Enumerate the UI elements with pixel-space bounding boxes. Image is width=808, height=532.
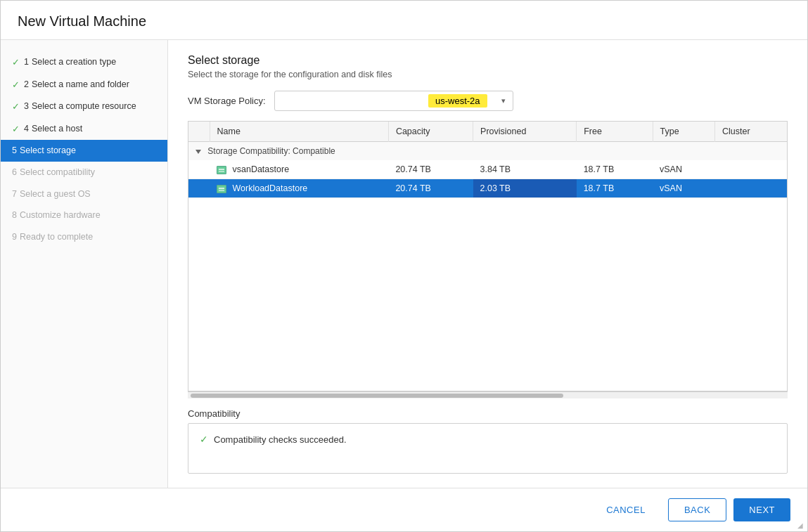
- table-row[interactable]: WorkloadDatastore 20.74 TB 2.03 TB 18.7 …: [188, 179, 787, 198]
- datastore-icon: [217, 166, 226, 174]
- table-scrollbar-area: [188, 391, 788, 398]
- col-free: Free: [577, 122, 653, 142]
- col-type: Type: [653, 122, 715, 142]
- row2-type: vSAN: [653, 179, 715, 198]
- group-label: Storage Compatibility: Compatible: [188, 142, 787, 161]
- cancel-button[interactable]: CANCEL: [591, 498, 661, 521]
- sidebar-item-step7: 7 Select a guest OS: [1, 183, 167, 205]
- storage-table: Name Capacity Provisioned Free Type Clus…: [188, 122, 787, 198]
- row2-name: WorkloadDatastore: [210, 179, 388, 198]
- col-provisioned: Provisioned: [473, 122, 577, 142]
- policy-label: VM Storage Policy:: [188, 96, 266, 106]
- compat-check-icon: ✓: [200, 434, 208, 445]
- row2-select: [188, 179, 210, 198]
- back-button[interactable]: BACK: [668, 498, 726, 521]
- col-cluster: Cluster: [715, 122, 787, 142]
- row1-free: 18.7 TB: [577, 160, 653, 179]
- policy-selected-value: us-west-2a: [428, 94, 487, 108]
- storage-table-container: Name Capacity Provisioned Free Type Clus…: [188, 121, 788, 391]
- row2-cluster: [715, 179, 787, 198]
- sidebar-item-step2[interactable]: ✓ 2 Select a name and folder: [1, 74, 167, 96]
- compatibility-message: ✓ Compatibility checks succeeded.: [200, 434, 776, 445]
- col-capacity: Capacity: [388, 122, 473, 142]
- table-scrollbar-thumb[interactable]: [191, 394, 563, 398]
- sidebar-item-step9: 9 Ready to complete: [1, 226, 167, 248]
- sidebar: ✓ 1 Select a creation type ✓ 2 Select a …: [1, 40, 168, 488]
- dialog-footer: CANCEL BACK NEXT: [1, 488, 807, 531]
- collapse-icon[interactable]: [195, 150, 201, 154]
- col-name: Name: [210, 122, 388, 142]
- compatibility-box: ✓ Compatibility checks succeeded.: [188, 423, 788, 474]
- policy-row: VM Storage Policy: us-west-2a ▾: [188, 91, 788, 111]
- next-button[interactable]: NEXT: [733, 498, 790, 521]
- section-title: Select storage: [188, 54, 788, 67]
- col-checkbox: [188, 122, 210, 142]
- row1-capacity: 20.74 TB: [388, 160, 473, 179]
- row2-capacity: 20.74 TB: [388, 179, 473, 198]
- compatibility-label: Compatibility: [188, 408, 788, 419]
- dialog-title: New Virtual Machine: [1, 1, 807, 40]
- section-subtitle: Select the storage for the configuration…: [188, 70, 788, 79]
- table-header-row: Name Capacity Provisioned Free Type Clus…: [188, 122, 787, 142]
- resize-handle[interactable]: ◢: [797, 521, 806, 530]
- check-icon-step1: ✓: [12, 56, 20, 70]
- dialog-body: ✓ 1 Select a creation type ✓ 2 Select a …: [1, 40, 807, 488]
- policy-select[interactable]: us-west-2a ▾: [274, 91, 513, 111]
- table-row[interactable]: vsanDatastore 20.74 TB 3.84 TB 18.7 TB v…: [188, 160, 787, 179]
- row1-provisioned: 3.84 TB: [473, 160, 577, 179]
- sidebar-item-step5[interactable]: 5 Select storage: [1, 140, 167, 162]
- table-group-row: Storage Compatibility: Compatible: [188, 142, 787, 161]
- row1-type: vSAN: [653, 160, 715, 179]
- row2-free: 18.7 TB: [577, 179, 653, 198]
- check-icon-step3: ✓: [12, 100, 20, 114]
- policy-chevron-icon: ▾: [501, 96, 506, 105]
- row2-provisioned: 2.03 TB: [473, 179, 577, 198]
- sidebar-item-step1[interactable]: ✓ 1 Select a creation type: [1, 51, 167, 74]
- main-content: Select storage Select the storage for th…: [168, 40, 807, 488]
- sidebar-item-step6: 6 Select compatibility: [1, 162, 167, 183]
- check-icon-step2: ✓: [12, 78, 20, 92]
- check-icon-step4: ✓: [12, 122, 20, 136]
- datastore-icon: [217, 185, 226, 193]
- row1-cluster: [715, 160, 787, 179]
- sidebar-item-step8: 8 Customize hardware: [1, 205, 167, 226]
- sidebar-item-step3[interactable]: ✓ 3 Select a compute resource: [1, 96, 167, 118]
- compatibility-section: Compatibility ✓ Compatibility checks suc…: [188, 408, 788, 474]
- row1-name: vsanDatastore: [210, 160, 388, 179]
- sidebar-item-step4[interactable]: ✓ 4 Select a host: [1, 118, 167, 141]
- row1-select: [188, 160, 210, 179]
- new-vm-dialog: New Virtual Machine ✓ 1 Select a creatio…: [0, 0, 808, 532]
